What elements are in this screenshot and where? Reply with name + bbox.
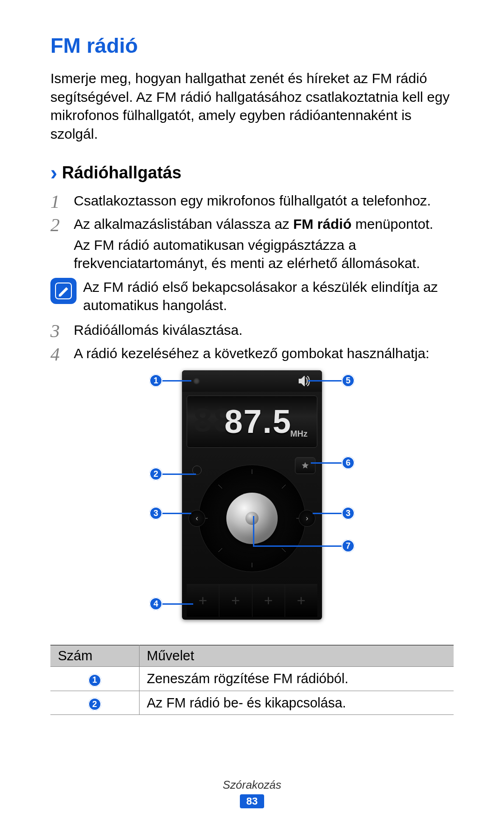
callout-3-right: 3 [342, 507, 355, 520]
step-4: 4 A rádió kezeléséhez a következő gombok… [50, 344, 454, 364]
callout-lead [313, 513, 342, 514]
step-2a-pre: Az alkalmazáslistában válassza az [74, 216, 293, 232]
radio-panel: ‹ › [182, 452, 322, 574]
step-text: Csatlakoztasson egy mikrofonos fülhallga… [74, 191, 454, 211]
frequency-value: 87.5 [212, 403, 292, 440]
col-number-header: Szám [50, 645, 139, 667]
record-button[interactable] [193, 378, 200, 384]
preset-4[interactable]: + [285, 585, 317, 617]
lcd-display: 88 87.5 MHz [187, 396, 317, 448]
plus-icon: + [297, 592, 306, 609]
subheading-row: › Rádióhallgatás [50, 163, 454, 183]
step-1: 1 Csatlakoztasson egy mikrofonos fülhall… [50, 191, 454, 211]
preset-row: + + + + [187, 584, 317, 617]
seek-prev-button[interactable]: ‹ [189, 510, 205, 527]
table-row: 1 Zeneszám rögzítése FM rádióból. [50, 667, 454, 691]
callout-3-left: 3 [149, 507, 162, 520]
preset-3[interactable]: + [252, 585, 285, 617]
page-title: FM rádió [50, 34, 454, 58]
plus-icon: + [231, 592, 240, 609]
step-text: Az alkalmazáslistában válassza az FM rád… [74, 215, 454, 272]
intro-text: Ismerje meg, hogyan hallgathat zenét és … [50, 69, 454, 143]
favorite-button[interactable] [295, 457, 315, 474]
step-text: Rádióállomás kiválasztása. [74, 321, 454, 340]
callout-lead [162, 380, 191, 382]
callout-lead [162, 603, 193, 605]
plus-icon: + [264, 592, 273, 609]
step-text: A rádió kezeléséhez a következő gombokat… [74, 344, 454, 364]
col-action-header: Művelet [139, 645, 454, 667]
mhz-label: MHz [290, 429, 308, 439]
radio-ui: 88 87.5 MHz [182, 370, 322, 620]
operations-table: Szám Művelet 1 Zeneszám rögzítése FM rád… [50, 645, 454, 715]
callout-lead [162, 474, 196, 475]
preset-1[interactable]: + [187, 585, 219, 617]
callout-lead [311, 462, 342, 464]
tuning-dial[interactable] [226, 493, 278, 544]
preset-2[interactable]: + [219, 585, 252, 617]
step-2a-post: menüpontot. [351, 216, 433, 232]
page-footer: Szórakozás 83 [0, 778, 504, 808]
callout-5: 5 [342, 374, 355, 387]
step-number: 4 [50, 344, 74, 364]
svg-line-6 [282, 485, 286, 488]
steps-list: 1 Csatlakoztasson egy mikrofonos fülhall… [50, 191, 454, 364]
svg-line-7 [218, 548, 222, 552]
step-number: 3 [50, 321, 74, 340]
radio-top-bar [182, 370, 322, 392]
step-number: 2 [50, 215, 74, 272]
callout-lead [162, 513, 191, 514]
svg-line-5 [218, 485, 222, 488]
note-pencil-icon [50, 278, 77, 304]
step-3: 3 Rádióállomás kiválasztása. [50, 321, 454, 340]
plus-icon: + [198, 592, 207, 609]
callout-7: 7 [342, 539, 355, 552]
callout-lead [253, 516, 254, 547]
subheading: Rádióhallgatás [62, 163, 182, 183]
callout-lead [253, 545, 342, 547]
radio-illustration: 1 5 2 6 3 3 7 4 [121, 370, 383, 632]
step-2b: Az FM rádió automatikusan végigpásztázza… [74, 236, 454, 272]
callout-1: 1 [149, 374, 162, 387]
svg-line-8 [282, 548, 286, 552]
step-2: 2 Az alkalmazáslistában válassza az FM r… [50, 215, 454, 272]
note-row: Az FM rádió első bekapcsolásakor a készü… [50, 278, 454, 314]
row-badge-1: 1 [88, 674, 101, 687]
chevron-icon: › [50, 163, 57, 183]
row-action-1: Zeneszám rögzítése FM rádióból. [139, 667, 454, 691]
callout-6: 6 [342, 456, 355, 469]
step-2a-bold: FM rádió [293, 216, 351, 232]
section-label: Szórakozás [0, 778, 504, 792]
seek-next-button[interactable]: › [299, 510, 315, 527]
note-text: Az FM rádió első bekapcsolásakor a készü… [83, 278, 454, 314]
page-number: 83 [240, 794, 264, 808]
step-number: 1 [50, 191, 74, 211]
table-row: 2 Az FM rádió be- és kikapcsolása. [50, 691, 454, 715]
row-badge-2: 2 [88, 698, 101, 711]
callout-lead [308, 380, 342, 382]
callout-4: 4 [149, 597, 162, 610]
callout-2: 2 [149, 467, 162, 481]
row-action-2: Az FM rádió be- és kikapcsolása. [139, 691, 454, 715]
